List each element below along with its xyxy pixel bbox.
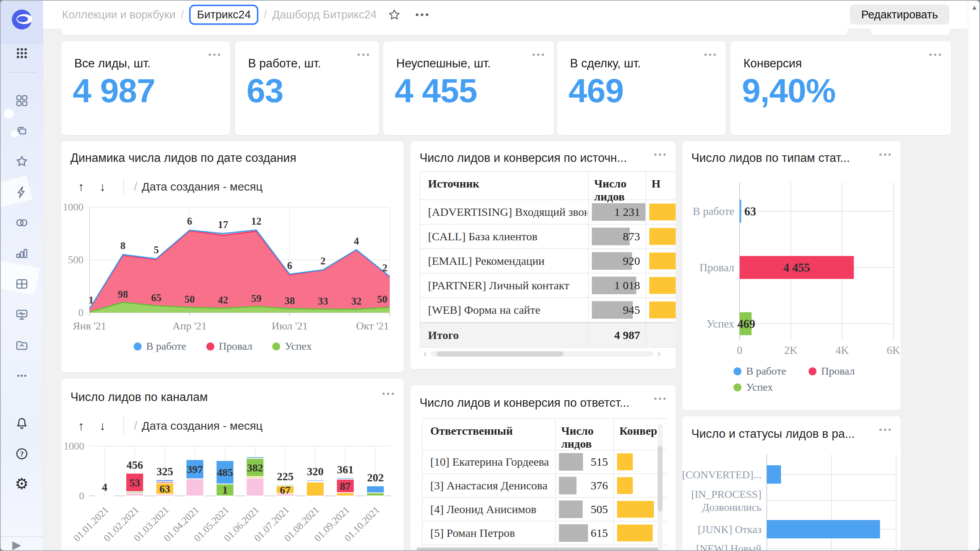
- edit-button[interactable]: Редактировать: [850, 5, 949, 24]
- svg-text:1000: 1000: [64, 440, 84, 452]
- legend-dot: [272, 342, 280, 350]
- svg-text:50: 50: [377, 293, 387, 305]
- favorite-star-icon[interactable]: [387, 8, 401, 22]
- card-menu-button[interactable]: [654, 153, 666, 156]
- scroll-left-icon[interactable]: ‹: [420, 348, 431, 360]
- settings-gear-icon[interactable]: ⚙: [15, 477, 29, 491]
- table-row[interactable]: [10] Екатерина Гордеева 515: [422, 450, 667, 474]
- card-menu-button[interactable]: [704, 54, 716, 56]
- table-row[interactable]: [3] Анастасия Денисова 376: [422, 474, 667, 498]
- sidebar-item-widgets[interactable]: [15, 94, 29, 108]
- svg-text:4: 4: [102, 481, 108, 493]
- sidebar: ? ⚙ ▶: [1, 1, 43, 551]
- area-chart: 0 500 1000 18561712624298655042593833325…: [61, 141, 404, 372]
- sidebar-item-more-icon[interactable]: [15, 369, 29, 383]
- svg-text:17: 17: [218, 219, 228, 230]
- svg-text:Окт '21: Окт '21: [356, 320, 389, 332]
- breadcrumb-separator: /: [181, 8, 184, 21]
- sidebar-item-dashboards[interactable]: [15, 308, 29, 321]
- legend-dot: [206, 342, 214, 350]
- kpi-title: Все лиды, шт.: [74, 57, 150, 70]
- card-menu-button[interactable]: [532, 54, 544, 56]
- sources-table: Источник Число лидов Н [ADVERTISING] Вхо…: [420, 171, 676, 348]
- table-row[interactable]: [4] Леонид Анисимов 505: [422, 498, 667, 522]
- breadcrumb-separator: /: [264, 8, 267, 21]
- scroll-right-icon[interactable]: ›: [653, 348, 665, 360]
- svg-text:63: 63: [744, 205, 756, 218]
- sidebar-item-favorites[interactable]: [15, 155, 29, 168]
- svg-text:8: 8: [120, 240, 126, 251]
- topbar-more-menu[interactable]: [416, 13, 428, 16]
- kpi-value: 4 987: [73, 71, 155, 110]
- svg-text:397: 397: [187, 463, 203, 475]
- decor-dot: [4, 109, 14, 119]
- svg-text:1000: 1000: [63, 201, 83, 213]
- svg-text:65: 65: [151, 292, 162, 303]
- svg-text:456: 456: [126, 459, 143, 471]
- apps-grid-icon[interactable]: [15, 46, 29, 60]
- svg-text:98: 98: [118, 289, 128, 300]
- sidebar-item-connections[interactable]: [15, 185, 29, 199]
- table-vertical-scrollbar[interactable]: [658, 424, 663, 550]
- channels-stacked-bar-chart: 10000401.01.20215345601.02.20216332501.0…: [61, 379, 404, 551]
- legend-item[interactable]: В работе: [733, 365, 808, 377]
- table-header-row: Источник Число лидов Н: [420, 171, 676, 200]
- legend-item[interactable]: Провал: [808, 365, 870, 377]
- svg-text:4 455: 4 455: [783, 261, 810, 274]
- sidebar-item-storage[interactable]: [15, 338, 29, 352]
- svg-text:0: 0: [737, 344, 743, 356]
- card-status-types: Число лидов по типам стат... 02K4K6K63В …: [682, 141, 901, 410]
- table-row[interactable]: [CALL] База клиентов 873: [420, 225, 676, 249]
- help-icon[interactable]: ?: [15, 447, 29, 461]
- svg-text:1: 1: [222, 484, 228, 496]
- breadcrumb-dashboard[interactable]: Дашборд Битрикс24: [272, 8, 377, 21]
- card-menu-button[interactable]: [358, 54, 369, 56]
- svg-text:[IN_PROCESS]: [IN_PROCESS]: [691, 488, 761, 500]
- svg-text:225: 225: [277, 470, 294, 483]
- legend-dot: [733, 367, 742, 375]
- conversion-bar: [649, 228, 676, 245]
- scrollbar-thumb[interactable]: [658, 446, 663, 512]
- kpi-title: Неуспешные, шт.: [396, 57, 491, 70]
- topbar: Коллекции и воркбуки / Битрикс24 / Дашбо…: [43, 1, 980, 29]
- breadcrumb-workbook-focused[interactable]: Битрикс24: [189, 5, 258, 25]
- legend-item[interactable]: В работе: [134, 340, 186, 352]
- legend-dot: [808, 367, 817, 375]
- table-horizontal-scrollbar[interactable]: ‹ ›: [420, 348, 665, 360]
- page-scrollbar[interactable]: ▲: [968, 1, 980, 551]
- table-row[interactable]: [EMAIL] Рекомендации 920: [420, 249, 676, 274]
- card-menu-button[interactable]: [654, 398, 666, 400]
- legend-item[interactable]: Провал: [206, 340, 253, 352]
- svg-text:Провал: Провал: [699, 261, 734, 274]
- table-bottom-scroll-thumb[interactable]: [416, 548, 658, 551]
- legend-item[interactable]: Успех: [272, 340, 312, 352]
- sidebar-item-datasets[interactable]: [15, 216, 29, 230]
- svg-text:50: 50: [185, 293, 195, 305]
- breadcrumb-collections[interactable]: Коллекции и воркбуки: [62, 8, 175, 21]
- svg-text:6K: 6K: [887, 344, 900, 356]
- svg-text:4: 4: [354, 235, 359, 247]
- sidebar-item-charts[interactable]: [15, 246, 29, 260]
- conversion-bar: [649, 253, 676, 269]
- card-menu-button[interactable]: [209, 54, 220, 56]
- datalens-dashboard-window: ? ⚙ ▶ Коллекции и воркбуки / Битрикс24 /…: [0, 0, 980, 551]
- lead-statuses-bar-chart: [CONVERTED]...[IN_PROCESS]Дозвонились[JU…: [682, 416, 901, 551]
- table-row[interactable]: [PARTNER] Личный контакт 1 018: [420, 274, 676, 298]
- conversion-bar: [617, 453, 633, 470]
- sidebar-item-collections[interactable]: [15, 124, 29, 138]
- notifications-bell-icon[interactable]: [15, 416, 29, 430]
- svg-text:33: 33: [318, 295, 328, 307]
- sidebar-footer-divider: [1, 536, 43, 537]
- table-row[interactable]: [ADVERTISING] Входящий звонок 1 231: [420, 200, 676, 225]
- sidebar-item-tables[interactable]: [15, 277, 29, 291]
- legend-item[interactable]: Успех: [733, 381, 808, 393]
- datalens-logo[interactable]: [1, 1, 43, 44]
- scrollbar-up-arrow[interactable]: ▲: [971, 4, 978, 11]
- sidebar-expand-button[interactable]: ▶: [12, 538, 21, 551]
- card-menu-button[interactable]: [929, 54, 941, 56]
- svg-text:485: 485: [217, 466, 233, 478]
- table-row[interactable]: [WEB] Форма на сайте 945: [420, 298, 676, 323]
- table-header-row: Ответственный Число лидов Конвер: [422, 418, 667, 450]
- svg-text:32: 32: [351, 295, 361, 307]
- table-row[interactable]: [5] Роман Петров 615: [422, 522, 667, 545]
